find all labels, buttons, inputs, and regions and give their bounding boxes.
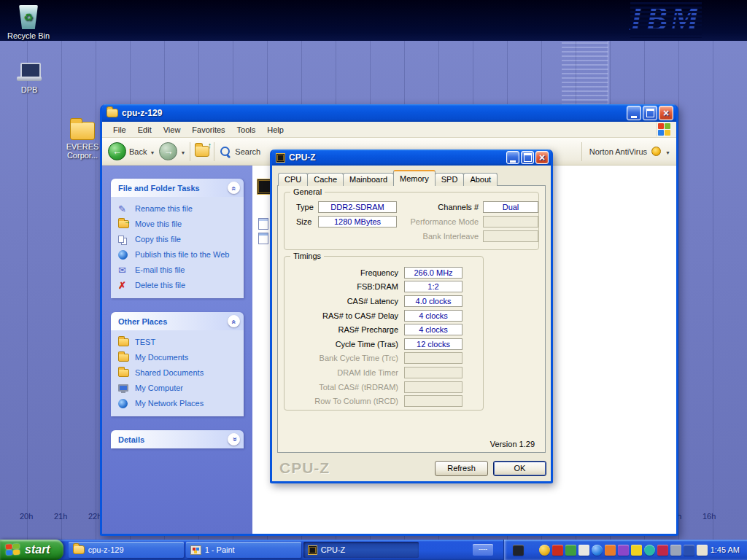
cpuz-app-icon xyxy=(308,545,317,555)
file-tasks-panel: File and Folder Tasks Rename this file M… xyxy=(111,179,244,298)
maximize-button[interactable] xyxy=(643,106,657,120)
place-my-network[interactable]: My Network Places xyxy=(118,398,241,408)
place-test[interactable]: TEST xyxy=(118,337,241,347)
task-delete-file[interactable]: Delete this file xyxy=(118,280,241,290)
tray-icon[interactable] xyxy=(618,545,629,556)
cpuz-dialog: CPU-Z CPU Cache Mainboard Memory SPD Abo… xyxy=(270,149,553,483)
tray-icon[interactable] xyxy=(592,545,603,556)
desktop-icon-label: DPB xyxy=(2,85,56,94)
groupbox-label: Timings xyxy=(290,252,324,260)
tab-mainboard[interactable]: Mainboard xyxy=(343,173,394,186)
tray-icon[interactable] xyxy=(565,545,576,556)
tray-icon[interactable] xyxy=(644,545,655,556)
close-button[interactable] xyxy=(659,106,673,120)
tray-icon[interactable] xyxy=(684,545,694,556)
collapse-chevron-icon[interactable] xyxy=(228,315,240,327)
tray-icon[interactable] xyxy=(539,545,550,556)
cpuz-titlebar[interactable]: CPU-Z xyxy=(272,149,551,166)
details-header[interactable]: Details xyxy=(111,430,244,448)
up-button[interactable] xyxy=(195,146,209,157)
details-panel: Details xyxy=(111,430,244,448)
tray-icon[interactable] xyxy=(513,545,524,556)
collapse-chevron-icon[interactable] xyxy=(228,182,240,194)
explorer-titlebar[interactable]: cpu-z-129 xyxy=(102,104,676,122)
tab-cache[interactable]: Cache xyxy=(307,173,344,186)
expand-chevron-icon[interactable] xyxy=(228,433,240,446)
tray-icon[interactable] xyxy=(697,545,708,556)
taskbar-button-explorer[interactable]: cpu-z-129 xyxy=(69,542,184,558)
general-groupbox: General Type DDR2-SDRAM Channels # Dual … xyxy=(284,192,539,250)
tray-icon[interactable] xyxy=(670,545,681,556)
cpuz-app-icon xyxy=(276,153,285,163)
file-icon[interactable] xyxy=(258,218,268,230)
timing-value: 4 clocks xyxy=(404,310,462,322)
task-label: Move this file xyxy=(135,219,182,229)
tab-memory[interactable]: Memory xyxy=(393,170,436,186)
norton-label: Norton AntiVirus xyxy=(589,147,647,156)
version-text: Version 1.29 xyxy=(490,440,535,448)
place-shared-documents[interactable]: Shared Documents xyxy=(118,368,241,378)
ok-button[interactable]: OK xyxy=(493,461,546,476)
other-places-header[interactable]: Other Places xyxy=(111,312,244,330)
file-tasks-header[interactable]: File and Folder Tasks xyxy=(111,179,244,197)
menu-help[interactable]: Help xyxy=(262,124,289,136)
search-button[interactable]: Search xyxy=(219,145,260,158)
task-rename-file[interactable]: Rename this file xyxy=(118,203,241,214)
desktop: IBM 20h 21h 22h 15h 16h Recycle Bin DPB … xyxy=(0,0,747,560)
toolbar-separator xyxy=(214,142,214,161)
minimize-button[interactable] xyxy=(506,151,519,164)
place-my-computer[interactable]: My Computer xyxy=(118,383,241,393)
timing-value: 12 clocks xyxy=(404,338,462,350)
tab-spd[interactable]: SPD xyxy=(435,173,465,186)
timing-value: 1:2 xyxy=(404,281,462,292)
performance-mode-value xyxy=(483,216,538,228)
task-label: Rename this file xyxy=(135,204,193,214)
taskbar-button-paint[interactable]: 1 - Paint xyxy=(186,542,301,558)
refresh-button[interactable]: Refresh xyxy=(435,461,488,476)
bank-interleave-value xyxy=(483,230,538,242)
menu-favorites[interactable]: Favorites xyxy=(187,124,230,136)
menu-edit[interactable]: Edit xyxy=(133,124,157,136)
tray-icon[interactable] xyxy=(605,545,616,556)
forward-button[interactable] xyxy=(159,142,185,160)
start-label: start xyxy=(25,543,50,556)
timing-row-cas-latency: CAS# Latency 4.0 clocks xyxy=(289,294,479,308)
file-icon[interactable] xyxy=(258,233,268,244)
tab-about[interactable]: About xyxy=(463,173,498,186)
tray-icon[interactable] xyxy=(578,545,589,556)
place-my-documents[interactable]: My Documents xyxy=(118,352,241,362)
timing-value xyxy=(404,381,462,393)
place-label: My Documents xyxy=(135,353,188,362)
start-button[interactable]: start xyxy=(0,540,63,560)
taskbar-overflow-button[interactable]: ---- xyxy=(473,544,493,556)
close-button[interactable] xyxy=(535,151,549,164)
maximize-button[interactable] xyxy=(521,151,534,164)
task-move-file[interactable]: Move this file xyxy=(118,219,241,229)
place-label: My Computer xyxy=(135,384,183,393)
menu-view[interactable]: View xyxy=(158,124,186,136)
menu-file[interactable]: File xyxy=(108,124,131,136)
timing-value xyxy=(404,352,462,364)
desktop-icon-dpb[interactable]: DPB xyxy=(2,63,56,94)
back-button[interactable]: Back xyxy=(108,142,155,160)
tray-icon[interactable] xyxy=(552,545,563,556)
folder-icon xyxy=(73,545,85,554)
panel-title: Other Places xyxy=(118,317,167,326)
menu-tools[interactable]: Tools xyxy=(232,124,261,136)
timing-row-frequency: Frequency 266.0 MHz xyxy=(289,265,479,280)
tab-cpu[interactable]: CPU xyxy=(278,173,308,186)
tray-icon[interactable] xyxy=(631,545,642,556)
timing-value xyxy=(404,395,462,407)
norton-antivirus-button[interactable]: Norton AntiVirus xyxy=(581,142,670,161)
tray-icon[interactable] xyxy=(657,545,668,556)
task-publish-file[interactable]: Publish this file to the Web xyxy=(118,249,241,260)
explorer-window-title: cpu-z-129 xyxy=(122,108,162,118)
taskbar-button-cpuz[interactable]: CPU-Z xyxy=(303,542,419,558)
desktop-icon-recycle-bin[interactable]: Recycle Bin xyxy=(1,3,55,40)
timezone-label: 16h xyxy=(703,512,716,521)
minimize-button[interactable] xyxy=(627,106,641,120)
task-email-file[interactable]: E-mail this file xyxy=(118,265,241,275)
taskbar-clock: 1:45 AM xyxy=(711,545,740,554)
explorer-sidebar: File and Folder Tasks Rename this file M… xyxy=(102,166,252,534)
task-copy-file[interactable]: Copy this file xyxy=(118,234,241,244)
